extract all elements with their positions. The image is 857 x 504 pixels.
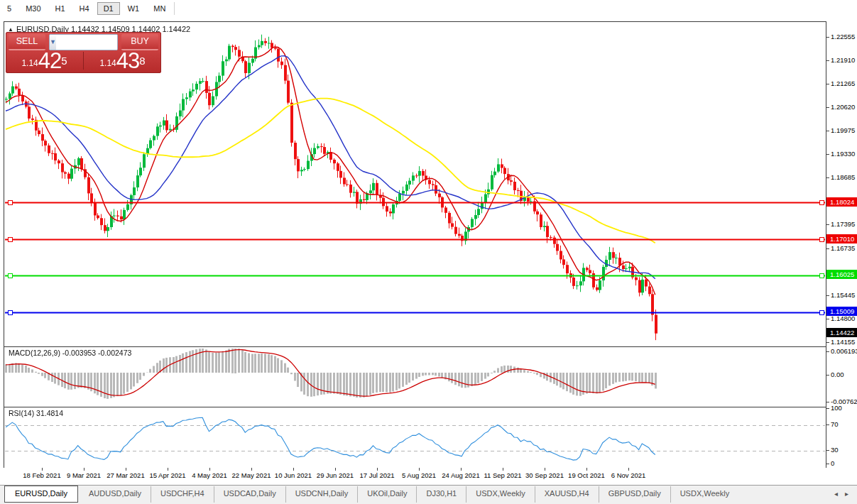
date-axis-label: 29 Jun 2021 [317, 471, 354, 479]
symbol-tab-usdcnh-daily[interactable]: USDCNH,Daily [285, 486, 358, 503]
price-level-badge: 1.17010 [826, 234, 857, 243]
rsi-canvas[interactable] [4, 407, 826, 468]
macd-label: MACD(12,26,9) -0.003953 -0.002473 [9, 349, 131, 357]
trading-terminal-window: 5M30H1H4D1W1MN ▲EURUSD,Daily 1.14432 1.1… [0, 0, 857, 504]
volume-decrease-icon[interactable]: ▼ [50, 35, 56, 50]
buy-price-big: 43 [116, 52, 139, 70]
date-axis-label: 17 Jul 2021 [359, 471, 394, 479]
symbol-tab-usdx-weekly[interactable]: USDX,Weekly [466, 486, 534, 503]
date-axis-label: 5 Aug 2021 [402, 471, 436, 479]
symbol-tab-audusd-daily[interactable]: AUDUSD,Daily [80, 486, 151, 503]
price-axis-tick: 1.15445 [826, 291, 857, 300]
date-axis-tick [419, 468, 420, 471]
date-axis-tick [126, 468, 126, 471]
rsi-label: RSI(14) 31.4814 [9, 409, 63, 417]
rsi-axis-tick: 100 [826, 404, 857, 412]
price-axis: 1.225551.219101.212651.206201.199751.193… [826, 21, 857, 484]
price-axis-tick: 1.21265 [826, 80, 857, 88]
one-click-trade-panel: SELL ▼ ▲ BUY 1.14425 1.14438 [6, 32, 161, 73]
date-axis-label: 6 Nov 2021 [611, 471, 646, 479]
price-axis-tick: 1.19330 [826, 150, 857, 158]
timeframe-button-W1[interactable]: W1 [121, 2, 146, 15]
symbol-tab-ukoil-daily[interactable]: UKOil,Daily [357, 486, 416, 503]
date-axis-label: 30 Sep 2021 [525, 471, 564, 479]
macd-axis-tick: 0.006193 [826, 347, 857, 356]
date-axis-label: 22 May 2021 [232, 471, 271, 479]
timeframe-button-H4[interactable]: H4 [73, 2, 96, 15]
date-axis-tick [84, 468, 84, 471]
price-axis-tick: 1.22555 [826, 33, 857, 41]
volume-input[interactable] [56, 35, 118, 50]
rsi-axis-tick: 0 [826, 459, 857, 468]
date-axis-label: 10 Jun 2021 [275, 471, 312, 479]
rsi-indicator-panel[interactable]: RSI(14) 31.4814 [4, 407, 826, 469]
date-axis: 18 Feb 20219 Mar 202127 Mar 202115 Apr 2… [4, 468, 826, 484]
tab-scroll-left-icon[interactable]: ◂ [834, 490, 838, 498]
tabs-container: EURUSD,DailyAUDUSD,DailyUSDCHF,H4USDCAD,… [0, 486, 738, 503]
symbol-tab-usdchf-h4[interactable]: USDCHF,H4 [151, 486, 214, 503]
symbol-tab-eurusd-daily[interactable]: EURUSD,Daily [4, 486, 78, 503]
date-axis-tick [503, 468, 503, 471]
timeframe-button-D1[interactable]: D1 [97, 2, 120, 15]
rsi-axis-tick: 30 [826, 446, 857, 454]
tab-scroll-arrows: ◂ ▸ [834, 486, 857, 498]
symbol-tab-gbpusd-daily[interactable]: GBPUSD,Daily [599, 486, 670, 503]
price-axis-tick: 1.14155 [826, 338, 857, 346]
price-axis-tick: 1.17395 [826, 220, 857, 229]
price-axis-tick: 1.20620 [826, 103, 857, 111]
timeframe-button-MN[interactable]: MN [147, 2, 172, 15]
date-axis-tick [209, 468, 210, 471]
price-axis-tick: 1.18685 [826, 173, 857, 182]
price-level-badge: 1.14422 [826, 328, 857, 337]
symbol-tab-bar: EURUSD,DailyAUDUSD,DailyUSDCHF,H4USDCAD,… [0, 485, 857, 504]
date-axis-tick [545, 468, 545, 471]
price-level-badge: 1.16025 [826, 270, 857, 279]
buy-price-small: 1.14 [99, 56, 116, 70]
symbol-tab-dj30-h1[interactable]: DJ30,H1 [416, 486, 466, 503]
price-level-badge: 1.18024 [826, 197, 857, 207]
buy-price[interactable]: 1.14438 [84, 50, 161, 71]
date-axis-label: 9 Mar 2021 [67, 471, 101, 479]
rsi-axis-tick: 70 [826, 420, 857, 429]
date-axis-tick [293, 468, 294, 471]
timeframe-toolbar: 5M30H1H4D1W1MN [0, 0, 857, 17]
toolbar-separator [174, 2, 175, 15]
date-axis-label: 24 Aug 2021 [442, 471, 479, 479]
date-axis-label: 15 Apr 2021 [149, 471, 185, 479]
symbol-tab-xauusd-h4[interactable]: XAUUSD,H4 [535, 486, 599, 503]
price-axis-tick: 1.21910 [826, 56, 857, 65]
price-level-badge: 1.15009 [826, 307, 857, 316]
date-axis-tick [251, 468, 252, 471]
macd-indicator-panel[interactable]: MACD(12,26,9) -0.003953 -0.002473 [4, 346, 826, 407]
timeframe-button-5[interactable]: 5 [1, 2, 18, 15]
price-axis-tick: 1.16735 [826, 244, 857, 253]
date-axis-tick [377, 468, 378, 471]
price-axis-tick: 1.14800 [826, 314, 857, 323]
tab-scroll-right-icon[interactable]: ▸ [845, 490, 848, 498]
date-axis-tick [461, 468, 462, 471]
date-axis-tick [168, 468, 168, 471]
sell-price-sup: 5 [61, 50, 67, 72]
timeframe-button-H1[interactable]: H1 [49, 2, 72, 15]
symbol-tab-usdcad-daily[interactable]: USDCAD,Daily [214, 486, 285, 503]
sell-price-small: 1.14 [21, 56, 38, 70]
date-axis-tick [42, 468, 43, 471]
sell-price[interactable]: 1.14425 [6, 50, 83, 71]
date-axis-label: 27 Mar 2021 [107, 471, 144, 479]
symbol-tab-usdx-weekly[interactable]: USDX,Weekly [670, 486, 738, 503]
timeframe-button-M30[interactable]: M30 [19, 2, 47, 15]
date-axis-tick [335, 468, 336, 471]
date-axis-label: 4 May 2021 [192, 471, 227, 479]
date-axis-label: 18 Feb 2021 [23, 471, 60, 479]
buy-price-sup: 8 [139, 50, 145, 72]
price-axis-tick: 1.19975 [826, 126, 857, 135]
sell-price-big: 42 [38, 52, 61, 70]
macd-axis-tick: 0.00 [826, 371, 857, 379]
date-axis-label: 19 Oct 2021 [568, 471, 605, 479]
date-axis-tick [586, 468, 587, 471]
date-axis-label: 11 Sep 2021 [484, 471, 521, 479]
date-axis-tick [628, 468, 629, 471]
